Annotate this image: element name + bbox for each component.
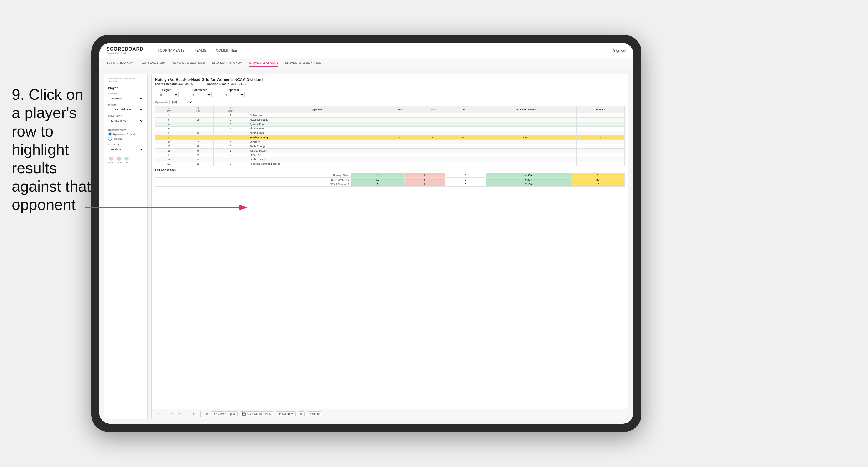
opponent-view-label: Opponent view <box>108 129 144 131</box>
share-button[interactable]: ↗ Share <box>307 411 322 416</box>
gender-select[interactable]: Women's <box>108 96 144 101</box>
table-row[interactable]: 613Sydney Kuo <box>155 122 625 127</box>
player-grid-table: #Div #Reg #Conf Opponent Win Loss Tie Di… <box>155 106 625 166</box>
tab-player-h2h-heatmap[interactable]: PLAYER H2H HEATMAP <box>285 60 321 67</box>
table-row[interactable]: 19106Emily Chang <box>155 157 625 162</box>
grid-icon[interactable]: ⊞ <box>185 411 189 416</box>
tab-player-h2h-grid[interactable]: PLAYER H2H GRID <box>249 60 278 67</box>
table-row[interactable]: 522Alexis Sudjianto <box>155 118 625 122</box>
out-of-division-row[interactable]: NCAA Division 25007.40010 <box>155 182 625 187</box>
main-content: Last Updated: 27/03/2024 16:55:28 Player… <box>99 69 633 424</box>
nav-committee[interactable]: COMMITTEE <box>216 48 237 54</box>
share-icon: ↗ <box>309 412 311 415</box>
records-row: Overall Record: 353 - 34 - 6 Division Re… <box>155 83 625 86</box>
table-row[interactable]: 20117Federica Domecq Lacroze <box>155 162 625 166</box>
out-of-division-row[interactable]: NAIA Division 115009.26730 <box>155 178 625 182</box>
division-label: Division <box>108 103 144 106</box>
save-icon: 💾 <box>242 412 246 415</box>
watch-icon: 👁 <box>278 412 281 415</box>
table-header-row: #Div #Reg #Conf Opponent Win Loss Tie Di… <box>155 106 625 113</box>
col-header-opponent: Opponent <box>248 106 385 113</box>
eye-icon: 👁 <box>214 412 217 415</box>
table-row[interactable]: 1474Eunice Yi <box>155 140 625 144</box>
player-rank-label: Player (Rank) <box>108 115 144 117</box>
down-dot <box>109 157 113 161</box>
content-area: Katelyn Vo Head-to-Head Grid for Women's… <box>151 73 628 419</box>
opponent-view-radios: Opponents Played Top 100 <box>108 132 144 141</box>
col-header-tie: Tie <box>450 106 476 113</box>
toolbar: ↩ ↩ ↪ ✂ ⊞ ⊕ ↻ 👁 View: Original 💾 Save Cu… <box>152 409 628 419</box>
out-of-division-row[interactable]: Foreign Team1004.5002 <box>155 173 625 178</box>
grid-section: #Div #Reg #Conf Opponent Win Loss Tie Di… <box>155 106 625 166</box>
logo: SCOREBOARD <box>106 46 144 52</box>
table-row[interactable]: 1063Andrea York <box>155 131 625 135</box>
level-dot <box>117 157 121 161</box>
redo1-button[interactable]: ↩ <box>162 411 167 416</box>
table-row[interactable]: 1585Stella Cheng <box>155 144 625 149</box>
table-row[interactable]: 1822Euna Lee <box>155 153 625 157</box>
col-header-conf: #Conf <box>213 106 248 113</box>
tablet-screen: SCOREBOARD Powered by clippd TOURNAMENTS… <box>99 43 633 424</box>
opponent-filter-label: Opponent <box>221 89 245 92</box>
player-section-title: Player <box>108 86 144 90</box>
out-of-division-table: Foreign Team1004.5002NAIA Division 11500… <box>155 173 625 187</box>
col-header-div: #Div <box>155 106 183 113</box>
overall-record: Overall Record: 353 - 34 - 6 <box>155 83 193 86</box>
col-header-win: Win <box>385 106 415 113</box>
tab-player-summary[interactable]: PLAYER SUMMARY <box>212 60 242 67</box>
gender-label: Gender <box>108 92 144 95</box>
opponent-filter-section: Opponent (All) <box>221 89 245 97</box>
grid-size-button[interactable]: ⊞ <box>298 411 305 416</box>
nav-bar: SCOREBOARD Powered by clippd TOURNAMENTS… <box>99 43 633 58</box>
radio-opponents-played[interactable]: Opponents Played <box>108 132 144 136</box>
radio-top100[interactable]: Top 100 <box>108 137 144 141</box>
add-icon[interactable]: ⊕ <box>192 411 197 416</box>
colour-by-select[interactable]: Win/loss <box>108 147 144 152</box>
out-of-division-title: Out of division <box>155 168 625 172</box>
table-row[interactable]: 914Sharon Mun <box>155 127 625 131</box>
level-label: Level <box>116 161 122 164</box>
sidebar: Last Updated: 27/03/2024 16:55:28 Player… <box>104 73 148 419</box>
instruction-text: 9. Click on a player's row to highlight … <box>12 85 94 214</box>
scissors-icon[interactable]: ✂ <box>177 411 182 416</box>
col-header-diff: Diff Av Strokes/Rnd <box>476 106 577 113</box>
redo2-button[interactable]: ↪ <box>170 411 175 416</box>
division-record: Division Record: 331 - 34 - 6 <box>207 83 246 86</box>
nav-tournaments[interactable]: TOURNAMENTS <box>158 48 185 54</box>
tab-team-h2h-heatmap[interactable]: TEAM H2H HEATMAP <box>173 60 205 67</box>
sign-out-button[interactable]: Sign out <box>613 49 626 53</box>
table-row[interactable]: 131Jessica Huang010-3.002 <box>155 135 625 140</box>
legend: Down Level Up <box>108 157 144 164</box>
down-label: Down <box>108 161 114 164</box>
up-label: Up <box>125 161 128 164</box>
region-select[interactable]: (All) <box>155 92 179 97</box>
logo-area: SCOREBOARD Powered by clippd <box>106 46 144 55</box>
opponents-value-select[interactable]: (All) <box>169 100 193 104</box>
save-custom-view-button[interactable]: 💾 Save Custom View <box>240 411 273 416</box>
watch-button[interactable]: 👁 Watch ▼ <box>276 411 296 416</box>
tab-team-summary[interactable]: TEAM SUMMARY <box>106 60 133 67</box>
division-select[interactable]: NCAA Division III <box>108 107 144 112</box>
logo-sub: Powered by clippd <box>106 52 144 55</box>
undo-button[interactable]: ↩ <box>155 411 160 416</box>
col-header-loss: Loss <box>415 106 450 113</box>
tab-team-h2h-grid[interactable]: TEAM H2H GRID <box>140 60 165 67</box>
conference-select[interactable]: (All) <box>188 92 212 97</box>
player-rank-select[interactable]: 8. Katelyn Vo <box>108 118 144 123</box>
tablet-shell: SCOREBOARD Powered by clippd TOURNAMENTS… <box>91 35 642 432</box>
view-original-button[interactable]: 👁 View: Original <box>212 411 238 416</box>
up-dot <box>124 157 129 161</box>
toolbar-divider <box>200 411 201 417</box>
conference-filter-section: Conference (All) <box>188 89 212 97</box>
region-filter-label: Region <box>155 89 179 92</box>
table-row[interactable]: 1691Jessica Mason <box>155 149 625 153</box>
filters-container: Region (All) Conference (All) Opponent <box>155 89 625 97</box>
table-row[interactable]: 31Esther Lee <box>155 113 625 118</box>
nav-divider: | <box>603 49 604 53</box>
opponent-select[interactable]: (All) <box>221 92 245 97</box>
sub-nav: TEAM SUMMARY TEAM H2H GRID TEAM H2H HEAT… <box>99 58 633 69</box>
nav-teams[interactable]: TEAMS <box>194 48 206 54</box>
col-header-reg: #Reg <box>183 106 213 113</box>
refresh-icon[interactable]: ↻ <box>204 411 209 416</box>
col-header-rounds: Rounds <box>577 106 625 113</box>
